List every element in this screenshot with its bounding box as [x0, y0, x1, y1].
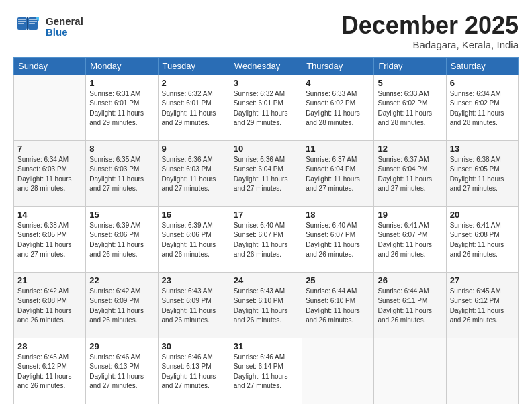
- table-row: 6Sunrise: 6:34 AM Sunset: 6:02 PM Daylig…: [446, 75, 518, 140]
- table-row: 30Sunrise: 6:46 AM Sunset: 6:13 PM Dayli…: [158, 338, 230, 404]
- table-row: 1Sunrise: 6:31 AM Sunset: 6:01 PM Daylig…: [86, 75, 158, 140]
- table-row: 17Sunrise: 6:40 AM Sunset: 6:07 PM Dayli…: [230, 206, 302, 272]
- day-number: 27: [450, 275, 515, 285]
- day-number: 10: [234, 144, 298, 154]
- day-number: 16: [162, 210, 226, 220]
- day-info: Sunrise: 6:44 AM Sunset: 6:10 PM Dayligh…: [306, 287, 370, 326]
- col-sunday: Sunday: [14, 57, 86, 75]
- table-row: 19Sunrise: 6:41 AM Sunset: 6:07 PM Dayli…: [374, 206, 446, 272]
- table-row: 20Sunrise: 6:41 AM Sunset: 6:08 PM Dayli…: [446, 206, 518, 272]
- day-number: 30: [162, 341, 226, 351]
- day-info: Sunrise: 6:42 AM Sunset: 6:09 PM Dayligh…: [89, 287, 154, 326]
- day-info: Sunrise: 6:33 AM Sunset: 6:02 PM Dayligh…: [378, 89, 442, 128]
- table-row: 29Sunrise: 6:46 AM Sunset: 6:13 PM Dayli…: [86, 338, 158, 404]
- location: Badagara, Kerala, India: [341, 39, 519, 50]
- day-info: Sunrise: 6:41 AM Sunset: 6:08 PM Dayligh…: [450, 221, 515, 260]
- day-info: Sunrise: 6:37 AM Sunset: 6:04 PM Dayligh…: [378, 155, 442, 194]
- table-row: [446, 338, 518, 404]
- day-number: 7: [17, 144, 82, 154]
- day-number: 24: [234, 275, 298, 285]
- day-number: 15: [89, 210, 154, 220]
- logo-icon: [13, 12, 43, 42]
- title-block: December 2025 Badagara, Kerala, India: [341, 12, 519, 50]
- calendar-header-row: Sunday Monday Tuesday Wednesday Thursday…: [14, 57, 519, 75]
- day-number: 20: [450, 210, 515, 220]
- day-info: Sunrise: 6:46 AM Sunset: 6:13 PM Dayligh…: [89, 353, 154, 392]
- day-info: Sunrise: 6:43 AM Sunset: 6:09 PM Dayligh…: [162, 287, 226, 326]
- table-row: [14, 75, 86, 140]
- table-row: 16Sunrise: 6:39 AM Sunset: 6:06 PM Dayli…: [158, 206, 230, 272]
- day-number: 21: [17, 275, 82, 285]
- day-info: Sunrise: 6:32 AM Sunset: 6:01 PM Dayligh…: [162, 89, 226, 128]
- day-info: Sunrise: 6:36 AM Sunset: 6:03 PM Dayligh…: [162, 155, 226, 194]
- table-row: 8Sunrise: 6:35 AM Sunset: 6:03 PM Daylig…: [86, 140, 158, 206]
- table-row: 5Sunrise: 6:33 AM Sunset: 6:02 PM Daylig…: [374, 75, 446, 140]
- table-row: 22Sunrise: 6:42 AM Sunset: 6:09 PM Dayli…: [86, 272, 158, 338]
- day-number: 17: [234, 210, 298, 220]
- day-number: 18: [306, 210, 370, 220]
- day-number: 1: [89, 78, 154, 88]
- table-row: 18Sunrise: 6:40 AM Sunset: 6:07 PM Dayli…: [302, 206, 374, 272]
- calendar-week-row: 7Sunrise: 6:34 AM Sunset: 6:03 PM Daylig…: [14, 140, 519, 206]
- table-row: 2Sunrise: 6:32 AM Sunset: 6:01 PM Daylig…: [158, 75, 230, 140]
- day-number: 22: [89, 275, 154, 285]
- page: General Blue December 2025 Badagara, Ker…: [0, 0, 532, 411]
- day-number: 8: [89, 144, 154, 154]
- day-info: Sunrise: 6:32 AM Sunset: 6:01 PM Dayligh…: [234, 89, 298, 128]
- col-monday: Monday: [86, 57, 158, 75]
- day-info: Sunrise: 6:43 AM Sunset: 6:10 PM Dayligh…: [234, 287, 298, 326]
- day-info: Sunrise: 6:35 AM Sunset: 6:03 PM Dayligh…: [89, 155, 154, 194]
- day-info: Sunrise: 6:33 AM Sunset: 6:02 PM Dayligh…: [306, 89, 370, 128]
- day-number: 26: [378, 275, 442, 285]
- col-saturday: Saturday: [446, 57, 518, 75]
- table-row: 26Sunrise: 6:44 AM Sunset: 6:11 PM Dayli…: [374, 272, 446, 338]
- day-info: Sunrise: 6:37 AM Sunset: 6:04 PM Dayligh…: [306, 155, 370, 194]
- table-row: 10Sunrise: 6:36 AM Sunset: 6:04 PM Dayli…: [230, 140, 302, 206]
- svg-marker-2: [27, 17, 28, 30]
- day-number: 5: [378, 78, 442, 88]
- day-info: Sunrise: 6:34 AM Sunset: 6:02 PM Dayligh…: [450, 89, 515, 128]
- calendar-week-row: 28Sunrise: 6:45 AM Sunset: 6:12 PM Dayli…: [14, 338, 519, 404]
- calendar-week-row: 21Sunrise: 6:42 AM Sunset: 6:08 PM Dayli…: [14, 272, 519, 338]
- table-row: 14Sunrise: 6:38 AM Sunset: 6:05 PM Dayli…: [14, 206, 86, 272]
- svg-rect-4: [18, 21, 26, 22]
- day-info: Sunrise: 6:41 AM Sunset: 6:07 PM Dayligh…: [378, 221, 442, 260]
- day-number: 31: [234, 341, 298, 351]
- col-friday: Friday: [374, 57, 446, 75]
- day-info: Sunrise: 6:40 AM Sunset: 6:07 PM Dayligh…: [234, 221, 298, 260]
- day-info: Sunrise: 6:39 AM Sunset: 6:06 PM Dayligh…: [162, 221, 226, 260]
- svg-rect-5: [18, 23, 24, 24]
- day-info: Sunrise: 6:42 AM Sunset: 6:08 PM Dayligh…: [17, 287, 82, 326]
- day-info: Sunrise: 6:45 AM Sunset: 6:12 PM Dayligh…: [17, 353, 82, 392]
- svg-rect-8: [29, 23, 35, 24]
- day-info: Sunrise: 6:46 AM Sunset: 6:13 PM Dayligh…: [162, 353, 226, 392]
- col-tuesday: Tuesday: [158, 57, 230, 75]
- logo-blue-text: Blue: [46, 27, 83, 38]
- table-row: 13Sunrise: 6:38 AM Sunset: 6:05 PM Dayli…: [446, 140, 518, 206]
- day-info: Sunrise: 6:45 AM Sunset: 6:12 PM Dayligh…: [450, 287, 515, 326]
- calendar-table: Sunday Monday Tuesday Wednesday Thursday…: [13, 57, 519, 404]
- logo-general-text: General: [46, 16, 83, 28]
- day-number: 6: [450, 78, 515, 88]
- day-info: Sunrise: 6:31 AM Sunset: 6:01 PM Dayligh…: [89, 89, 154, 128]
- svg-rect-7: [29, 21, 37, 22]
- day-info: Sunrise: 6:34 AM Sunset: 6:03 PM Dayligh…: [17, 155, 82, 194]
- table-row: 12Sunrise: 6:37 AM Sunset: 6:04 PM Dayli…: [374, 140, 446, 206]
- table-row: 24Sunrise: 6:43 AM Sunset: 6:10 PM Dayli…: [230, 272, 302, 338]
- day-info: Sunrise: 6:46 AM Sunset: 6:14 PM Dayligh…: [234, 353, 298, 392]
- col-wednesday: Wednesday: [230, 57, 302, 75]
- day-number: 13: [450, 144, 515, 154]
- table-row: 11Sunrise: 6:37 AM Sunset: 6:04 PM Dayli…: [302, 140, 374, 206]
- day-number: 9: [162, 144, 226, 154]
- day-number: 4: [306, 78, 370, 88]
- calendar-week-row: 1Sunrise: 6:31 AM Sunset: 6:01 PM Daylig…: [14, 75, 519, 140]
- day-number: 2: [162, 78, 226, 88]
- day-number: 12: [378, 144, 442, 154]
- table-row: 31Sunrise: 6:46 AM Sunset: 6:14 PM Dayli…: [230, 338, 302, 404]
- day-number: 29: [89, 341, 154, 351]
- col-thursday: Thursday: [302, 57, 374, 75]
- table-row: [374, 338, 446, 404]
- day-info: Sunrise: 6:44 AM Sunset: 6:11 PM Dayligh…: [378, 287, 442, 326]
- day-info: Sunrise: 6:39 AM Sunset: 6:06 PM Dayligh…: [89, 221, 154, 260]
- day-number: 11: [306, 144, 370, 154]
